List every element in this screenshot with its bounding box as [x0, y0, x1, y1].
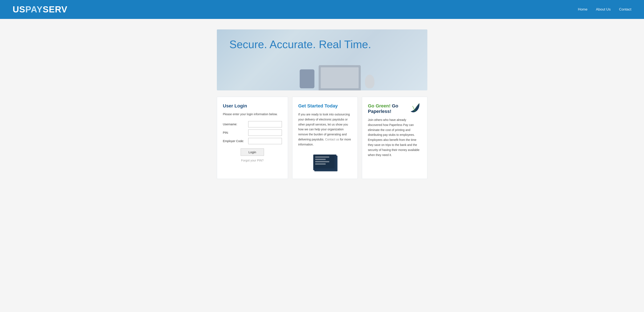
paystub-line-4	[315, 163, 326, 165]
laptop-illustration	[318, 65, 361, 90]
laptop-screen	[321, 67, 358, 88]
three-col-section: User Login Please enter your login infor…	[217, 97, 427, 179]
getstarted-title: Get Started Today	[298, 103, 352, 109]
paystub-line-1	[315, 156, 329, 158]
getstarted-body: If you are ready to look into outsourcin…	[298, 112, 352, 147]
logo-us: US	[13, 4, 25, 14]
contact-link[interactable]: Contact us	[325, 138, 339, 141]
username-label: Username:	[223, 123, 248, 126]
username-row: Username:	[223, 121, 282, 127]
mouse-illustration	[365, 75, 374, 88]
site-logo: USPAYSERV	[13, 4, 67, 14]
login-button[interactable]: Login	[241, 149, 264, 156]
leaf-icon	[410, 102, 421, 115]
login-title: User Login	[223, 103, 282, 109]
gogreen-body: Join others who have already discovered …	[368, 118, 421, 157]
paystub-layer-1	[314, 155, 334, 168]
nav-about[interactable]: About Us	[596, 7, 610, 11]
hero-tagline: Secure. Accurate. Real Time.	[230, 38, 371, 51]
login-description: Please enter your login information belo…	[223, 112, 282, 117]
logo-serv: SERV	[43, 4, 68, 14]
hero-banner: Secure. Accurate. Real Time.	[217, 29, 427, 90]
getstarted-card: Get Started Today If you are ready to lo…	[292, 97, 358, 179]
paystub-stack	[312, 154, 338, 172]
site-header: USPAYSERV Home About Us Contact	[0, 0, 644, 19]
paystub-icon	[298, 154, 352, 172]
logo-pay: PAY	[25, 4, 42, 14]
pin-label: PIN:	[223, 131, 248, 134]
employer-row: Employer Code:	[223, 138, 282, 144]
pin-row: PIN:	[223, 130, 282, 136]
nav-home[interactable]: Home	[578, 7, 587, 11]
gogreen-card: Go Green! Go Paperless! Join others who …	[362, 97, 427, 179]
getstarted-text: If you are ready to look into outsourcin…	[298, 113, 350, 141]
nav-contact[interactable]: Contact	[619, 7, 631, 11]
phone-illustration	[300, 69, 314, 88]
main-nav: Home About Us Contact	[578, 7, 631, 11]
forgot-pin-link[interactable]: Forgot your PIN?	[223, 159, 282, 162]
employer-input[interactable]	[248, 138, 282, 144]
gogreen-title: Go Green! Go Paperless!	[368, 103, 421, 114]
paystub-line-2	[315, 159, 326, 160]
leaf-svg	[410, 102, 421, 114]
gogreen-title-green: Go Green!	[368, 103, 391, 109]
pin-input[interactable]	[248, 130, 282, 136]
paystub-line-3	[315, 161, 329, 162]
hero-illustration	[300, 65, 374, 90]
employer-label: Employer Code:	[223, 139, 248, 143]
login-card: User Login Please enter your login infor…	[217, 97, 288, 179]
username-input[interactable]	[248, 121, 282, 127]
